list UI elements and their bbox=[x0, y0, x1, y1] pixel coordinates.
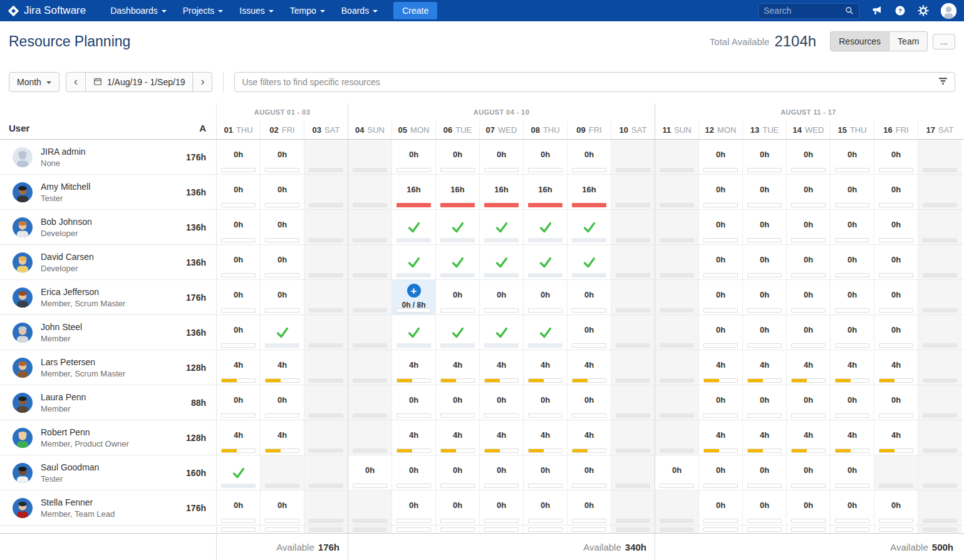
day-cell[interactable]: 0h bbox=[698, 245, 742, 279]
day-cell[interactable]: 0h bbox=[742, 455, 786, 490]
day-cell[interactable] bbox=[655, 245, 698, 279]
day-cell[interactable]: 16h bbox=[479, 175, 523, 209]
nav-menu-issues[interactable]: Issues bbox=[239, 6, 273, 16]
day-cell[interactable] bbox=[348, 385, 391, 420]
profile-avatar[interactable] bbox=[941, 3, 956, 19]
day-cell[interactable]: 0h bbox=[435, 490, 479, 525]
user-cell[interactable]: Saul Goodman Tester 160h bbox=[0, 455, 216, 490]
day-cell[interactable]: 4h bbox=[523, 420, 567, 455]
day-cell[interactable]: 0h bbox=[567, 280, 611, 314]
day-cell[interactable] bbox=[655, 175, 698, 209]
next-period-button[interactable]: › bbox=[193, 72, 212, 92]
user-cell[interactable]: Amy Mitchell Tester 136h bbox=[0, 175, 216, 209]
day-cell[interactable] bbox=[611, 420, 655, 455]
day-cell[interactable]: 4h bbox=[786, 350, 830, 385]
day-cell[interactable]: 0h bbox=[874, 385, 918, 420]
day-cell[interactable] bbox=[348, 350, 391, 385]
day-cell[interactable] bbox=[391, 315, 435, 350]
day-cell[interactable]: 0h bbox=[216, 140, 260, 174]
day-cell[interactable] bbox=[304, 455, 348, 490]
day-cell[interactable]: 0h bbox=[260, 280, 304, 314]
day-cell[interactable]: 0h bbox=[567, 455, 611, 490]
day-cell[interactable]: 0h bbox=[742, 245, 786, 279]
date-range-button[interactable]: 1/Aug/19 - 1/Sep/19 bbox=[86, 72, 194, 92]
day-cell[interactable] bbox=[918, 210, 961, 244]
day-cell[interactable] bbox=[567, 245, 611, 279]
day-cell[interactable]: 0h bbox=[698, 315, 742, 350]
day-cell[interactable]: 0h bbox=[698, 385, 742, 420]
day-cell[interactable]: 0h bbox=[786, 245, 830, 279]
day-cell[interactable]: 0h bbox=[874, 140, 918, 174]
day-cell[interactable] bbox=[479, 210, 523, 244]
day-cell[interactable] bbox=[304, 420, 348, 455]
day-cell[interactable] bbox=[611, 280, 655, 314]
day-cell[interactable]: 0h bbox=[742, 210, 786, 244]
day-cell[interactable]: 0h bbox=[260, 385, 304, 420]
day-cell[interactable]: 4h bbox=[874, 350, 918, 385]
day-cell[interactable]: 0h bbox=[348, 455, 391, 490]
user-cell[interactable]: Stella Fenner Member, Team Lead 176h bbox=[0, 490, 216, 525]
day-cell[interactable]: 0h bbox=[786, 455, 830, 490]
day-cell[interactable]: 0h bbox=[391, 490, 435, 525]
day-cell[interactable]: 0h bbox=[830, 210, 874, 244]
day-cell[interactable]: 4h bbox=[830, 420, 874, 455]
day-cell[interactable] bbox=[260, 315, 304, 350]
day-cell[interactable]: + 0h / 8h bbox=[391, 280, 435, 314]
day-cell[interactable] bbox=[348, 140, 391, 174]
day-cell[interactable]: 4h bbox=[216, 420, 260, 455]
user-cell[interactable]: Lars Petersen Member, Scrum Master 128h bbox=[0, 350, 216, 385]
day-cell[interactable] bbox=[304, 385, 348, 420]
day-cell[interactable] bbox=[655, 280, 698, 314]
day-cell[interactable]: 0h bbox=[698, 210, 742, 244]
user-cell[interactable]: Bob Johnson Developer 136h bbox=[0, 210, 216, 244]
day-cell[interactable]: 0h bbox=[830, 455, 874, 490]
day-cell[interactable]: 0h bbox=[742, 280, 786, 314]
day-cell[interactable]: 0h bbox=[523, 385, 567, 420]
day-cell[interactable] bbox=[655, 140, 698, 174]
day-cell[interactable]: 0h bbox=[655, 455, 698, 490]
day-cell[interactable]: 4h bbox=[567, 350, 611, 385]
day-cell[interactable]: 0h bbox=[216, 490, 260, 525]
day-cell[interactable] bbox=[918, 490, 961, 525]
day-cell[interactable]: 0h bbox=[874, 245, 918, 279]
day-cell[interactable] bbox=[348, 420, 391, 455]
search-box[interactable] bbox=[758, 3, 859, 19]
day-cell[interactable] bbox=[611, 210, 655, 244]
day-cell[interactable] bbox=[918, 140, 961, 174]
day-cell[interactable]: 0h bbox=[742, 175, 786, 209]
day-cell[interactable] bbox=[304, 175, 348, 209]
day-cell[interactable]: 0h bbox=[786, 140, 830, 174]
day-cell[interactable]: 0h bbox=[786, 385, 830, 420]
day-cell[interactable]: 0h bbox=[216, 385, 260, 420]
user-cell[interactable]: Erica Jefferson Member, Scrum Master 176… bbox=[0, 280, 216, 314]
day-cell[interactable]: 4h bbox=[435, 350, 479, 385]
day-cell[interactable] bbox=[918, 315, 961, 350]
day-cell[interactable] bbox=[655, 315, 698, 350]
day-cell[interactable] bbox=[655, 420, 698, 455]
day-cell[interactable]: 0h bbox=[874, 210, 918, 244]
day-cell[interactable]: 4h bbox=[435, 420, 479, 455]
day-cell[interactable] bbox=[611, 385, 655, 420]
day-cell[interactable] bbox=[611, 175, 655, 209]
day-cell[interactable]: 0h bbox=[786, 210, 830, 244]
megaphone-icon[interactable] bbox=[871, 5, 883, 16]
day-cell[interactable] bbox=[655, 210, 698, 244]
day-cell[interactable]: 4h bbox=[260, 350, 304, 385]
day-cell[interactable] bbox=[918, 455, 961, 490]
day-cell[interactable] bbox=[655, 385, 698, 420]
day-cell[interactable] bbox=[918, 385, 961, 420]
day-cell[interactable]: 0h bbox=[523, 490, 567, 525]
day-cell[interactable]: 0h bbox=[479, 140, 523, 174]
day-cell[interactable]: 0h bbox=[830, 245, 874, 279]
day-cell[interactable]: 4h bbox=[260, 420, 304, 455]
day-cell[interactable]: 16h bbox=[567, 175, 611, 209]
more-options-button[interactable]: ... bbox=[933, 34, 955, 49]
day-cell[interactable] bbox=[435, 210, 479, 244]
day-cell[interactable] bbox=[391, 210, 435, 244]
day-cell[interactable]: 0h bbox=[479, 385, 523, 420]
day-cell[interactable] bbox=[918, 175, 961, 209]
day-cell[interactable] bbox=[611, 245, 655, 279]
day-cell[interactable] bbox=[611, 140, 655, 174]
day-cell[interactable] bbox=[479, 315, 523, 350]
day-cell[interactable] bbox=[348, 280, 391, 314]
